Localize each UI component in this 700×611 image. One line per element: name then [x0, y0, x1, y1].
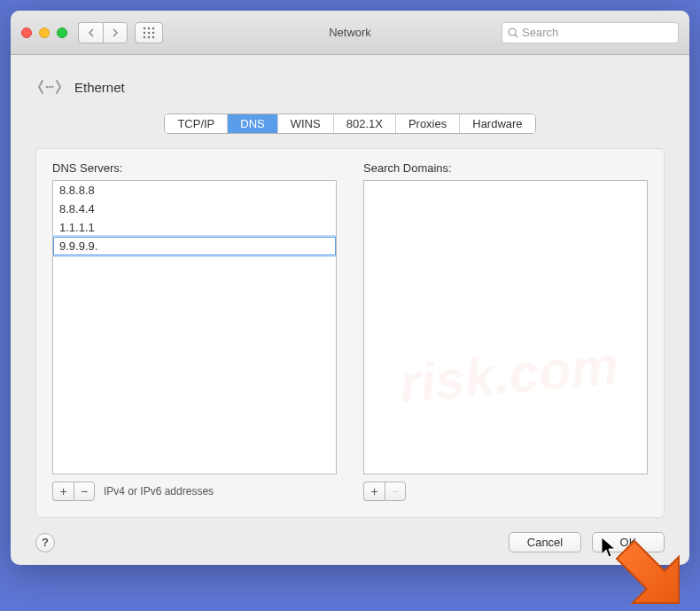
remove-domain-button[interactable]: − [385, 482, 406, 501]
page-title: Ethernet [74, 80, 125, 95]
svg-point-3 [144, 31, 145, 33]
tab-8021x[interactable]: 802.1X [334, 114, 396, 133]
svg-point-8 [152, 35, 154, 37]
forward-button[interactable] [103, 22, 128, 43]
footer-buttons: Cancel OK [509, 532, 665, 552]
search-domains-column: Search Domains: + − [363, 161, 648, 501]
svg-point-2 [152, 27, 154, 28]
svg-point-1 [148, 27, 150, 28]
footer: ? Cancel OK [35, 532, 665, 552]
nav-buttons [78, 22, 128, 43]
svg-point-0 [144, 27, 145, 28]
list-item[interactable]: 1.1.1.1 [53, 218, 336, 237]
chevron-left-icon [88, 28, 95, 37]
dns-servers-column: DNS Servers: 8.8.8.8 8.8.4.4 1.1.1.1 9.9… [52, 161, 337, 501]
minimize-window-button[interactable] [39, 27, 50, 38]
dns-servers-label: DNS Servers: [52, 161, 337, 175]
network-preferences-window: Network Search Ethernet TCP/IP DNS WINS [11, 11, 689, 565]
tab-wins[interactable]: WINS [278, 114, 334, 133]
svg-point-9 [509, 28, 516, 35]
svg-point-13 [51, 86, 54, 89]
domains-add-remove-group: + − [363, 482, 406, 501]
dns-add-remove-group: + − [52, 482, 95, 501]
show-all-button[interactable] [135, 22, 163, 43]
svg-point-5 [152, 31, 154, 33]
grid-icon [143, 27, 155, 39]
ethernet-icon [35, 73, 64, 101]
dns-panel: DNS Servers: 8.8.8.8 8.8.4.4 1.1.1.1 9.9… [35, 148, 665, 518]
chevron-right-icon [112, 28, 119, 37]
cancel-button[interactable]: Cancel [509, 532, 581, 552]
back-button[interactable] [78, 22, 103, 43]
list-item[interactable]: 8.8.4.4 [53, 200, 336, 218]
svg-point-7 [148, 35, 150, 37]
traffic-lights [21, 27, 67, 38]
tab-proxies[interactable]: Proxies [396, 114, 460, 133]
remove-dns-button[interactable]: − [74, 482, 95, 501]
svg-point-12 [49, 86, 51, 89]
search-placeholder: Search [522, 26, 558, 39]
list-item[interactable]: 8.8.8.8 [53, 181, 336, 200]
add-dns-button[interactable]: + [52, 482, 74, 501]
search-domains-label: Search Domains: [363, 161, 648, 175]
close-window-button[interactable] [21, 27, 32, 38]
dns-list-controls: + − IPv4 or IPv6 addresses [52, 482, 337, 501]
list-item-editing[interactable]: 9.9.9.9. [53, 237, 336, 255]
search-domains-list[interactable] [363, 180, 648, 474]
tab-hardware[interactable]: Hardware [460, 114, 534, 133]
svg-point-11 [46, 86, 49, 89]
titlebar: Network Search [11, 11, 689, 55]
dns-servers-list[interactable]: 8.8.8.8 8.8.4.4 1.1.1.1 9.9.9.9. [52, 180, 337, 474]
content-area: Ethernet TCP/IP DNS WINS 802.1X Proxies … [11, 55, 689, 565]
svg-point-4 [148, 31, 150, 33]
zoom-window-button[interactable] [57, 27, 67, 38]
svg-line-10 [515, 35, 517, 37]
search-icon [508, 27, 518, 38]
tab-dns[interactable]: DNS [228, 114, 277, 133]
domains-list-controls: + − [363, 482, 648, 501]
search-input[interactable]: Search [502, 22, 679, 43]
tab-bar: TCP/IP DNS WINS 802.1X Proxies Hardware [164, 114, 535, 134]
help-button[interactable]: ? [35, 533, 55, 552]
tab-tcpip[interactable]: TCP/IP [165, 114, 228, 133]
add-domain-button[interactable]: + [363, 482, 385, 501]
dns-hint: IPv4 or IPv6 addresses [104, 485, 214, 497]
svg-point-6 [144, 35, 145, 37]
header-row: Ethernet [35, 73, 665, 101]
window-title: Network [329, 26, 371, 39]
ok-button[interactable]: OK [592, 532, 665, 552]
